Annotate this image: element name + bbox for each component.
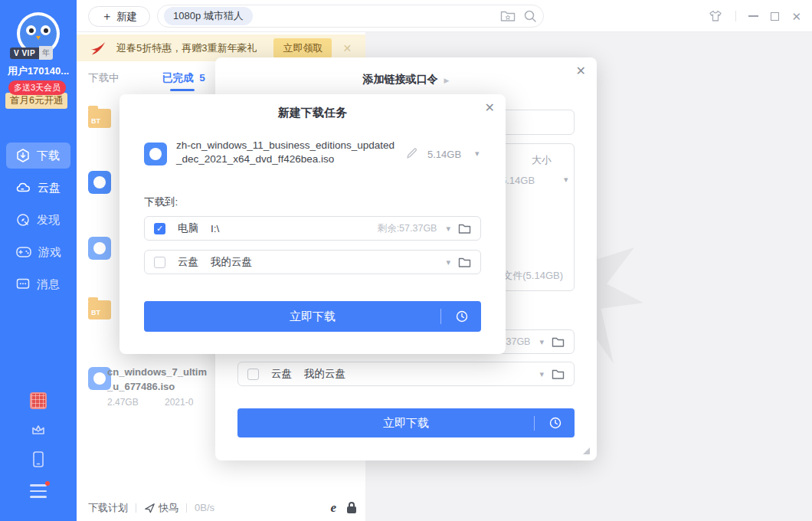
search-input[interactable]: 1080p 城市猎人 — [157, 5, 544, 28]
compass-icon — [16, 213, 30, 227]
cloud-icon — [16, 181, 31, 195]
sidebar-item-label: 云盘 — [38, 181, 61, 195]
caret-down-icon[interactable]: ▾ — [446, 257, 450, 267]
bt-folder-icon[interactable]: BT — [88, 109, 111, 128]
file-name-line1[interactable]: cn_windows_7_ultim — [107, 365, 214, 379]
pc-label: 电脑 — [178, 221, 198, 235]
sidebar-item-messages[interactable]: 消息 — [0, 271, 77, 297]
file-date: 2021-0 — [165, 397, 214, 408]
save-to-pc-row[interactable]: ✓ 电脑 I:\ 剩余:57.37GB ▾ — [144, 216, 481, 241]
tab-completed[interactable]: 已完成 5 — [162, 71, 205, 85]
checkbox-checked-icon[interactable]: ✓ — [154, 223, 165, 234]
download-now-label: 立即下载 — [383, 416, 429, 431]
app-window: V VIP 年 用户170140... 多送3天会员 首月6元开通 下载 云盘 … — [0, 0, 812, 521]
file-name-line2: _dec_2021_x64_dvd_ff426bea.iso — [176, 152, 403, 166]
crown-vip-icon[interactable] — [30, 421, 47, 438]
download-now-label: 立即下载 — [290, 310, 336, 324]
vip-label: VIP — [21, 49, 35, 57]
schedule-clock-icon[interactable] — [455, 310, 469, 323]
save-to-cloud-row[interactable]: 云盘 我的云盘 ▾ — [144, 250, 481, 274]
sidebar-item-cloud[interactable]: 云盘 — [0, 175, 77, 201]
iso-file-icon — [144, 143, 167, 165]
dialog-title-text: 添加链接或口令 — [363, 73, 438, 85]
arrow-right-icon[interactable]: ▶ — [444, 77, 449, 84]
tab-completed-label: 已完成 — [162, 72, 194, 84]
iso-file-icon[interactable] — [88, 237, 111, 260]
search-query-chip[interactable]: 1080p 城市猎人 — [164, 7, 253, 25]
caret-down-icon[interactable]: ▾ — [539, 369, 544, 379]
tab-completed-count: 5 — [199, 72, 205, 84]
menu-notification-dot — [45, 481, 50, 486]
cloud-path: 我的云盘 — [304, 367, 345, 381]
resize-handle[interactable] — [583, 447, 590, 454]
file-size-value: 5.14GB — [501, 175, 535, 186]
new-task-label: 新建 — [116, 10, 137, 24]
divider — [735, 11, 736, 21]
folder-picker-icon[interactable] — [458, 257, 471, 268]
message-icon — [16, 277, 30, 291]
top-bar: ＋ 新建 1080p 城市猎人 ✕ — [77, 0, 812, 32]
maximize-button[interactable] — [771, 12, 779, 21]
file-name-line1: zh-cn_windows_11_business_editions_updat… — [176, 139, 403, 152]
caret-down-icon[interactable]: ▾ — [539, 337, 544, 347]
sidebar-item-label: 消息 — [37, 277, 60, 292]
edit-pencil-icon[interactable] — [406, 147, 418, 159]
promo-text: 迎春5折特惠，再赠3重新年豪礼 — [116, 41, 257, 55]
theme-skin-icon[interactable] — [708, 9, 723, 23]
browser-ie-icon[interactable]: e — [330, 500, 336, 516]
menu-icon[interactable] — [30, 484, 47, 498]
save-to-label: 下载到: — [144, 195, 178, 209]
close-window-button[interactable]: ✕ — [791, 11, 801, 22]
sidebar-item-label: 发现 — [37, 213, 60, 228]
lock-icon[interactable] — [347, 501, 356, 514]
mobile-phone-icon[interactable] — [30, 451, 47, 467]
sidebar-item-label: 下载 — [37, 149, 60, 163]
task-file-name[interactable]: zh-cn_windows_11_business_editions_updat… — [176, 139, 403, 166]
username[interactable]: 用户170140... — [0, 64, 77, 78]
pc-free-space: 剩余:57.37GB — [378, 222, 437, 235]
status-bar: 下载计划 快鸟 0B/s e — [77, 494, 365, 521]
vip-badge[interactable]: V VIP 年 — [10, 46, 53, 60]
folder-picker-icon[interactable] — [552, 336, 565, 348]
download-now-button[interactable]: 立即下载 — [237, 408, 575, 437]
bt-folder-icon[interactable]: BT — [88, 300, 111, 319]
banner-close-icon[interactable]: ✕ — [342, 42, 352, 54]
favorites-folder-icon[interactable] — [500, 10, 516, 22]
plus-icon: ＋ — [101, 9, 113, 24]
cloud-label: 云盘 — [178, 255, 198, 269]
file-name-line2[interactable]: _u_677486.iso — [107, 379, 175, 394]
new-task-button[interactable]: ＋ 新建 — [88, 6, 150, 27]
download-plan-link[interactable]: 下载计划 — [88, 501, 128, 515]
caret-down-icon[interactable]: ▾ — [446, 224, 450, 234]
gamepad-icon — [16, 245, 31, 259]
checkbox-unchecked-icon[interactable] — [247, 369, 259, 380]
caret-down-icon[interactable]: ▾ — [564, 175, 568, 185]
bt-label: BT — [91, 117, 100, 125]
promo-open-vip-button[interactable]: 首月6元开通 — [5, 93, 67, 109]
size-column-header: 大小 — [532, 153, 552, 167]
schedule-clock-icon[interactable] — [548, 416, 562, 430]
sidebar-item-games[interactable]: 游戏 — [0, 239, 77, 265]
pc-path: I:\ — [211, 223, 219, 234]
vip-year-tag: 年 — [39, 46, 53, 60]
folder-picker-icon[interactable] — [458, 223, 471, 234]
fastbird-link[interactable]: 快鸟 — [159, 501, 178, 515]
download-now-button[interactable]: 立即下载 — [144, 301, 481, 332]
checkbox-unchecked-icon[interactable] — [154, 257, 165, 268]
minimize-button[interactable] — [748, 15, 758, 17]
sidebar-item-discover[interactable]: 发现 — [0, 207, 77, 233]
claim-now-button[interactable]: 立即领取 — [273, 38, 332, 58]
save-to-cloud-row[interactable]: 云盘 我的云盘 ▾ — [237, 362, 575, 386]
search-icon[interactable] — [523, 9, 537, 23]
caret-down-icon[interactable]: ▾ — [475, 149, 480, 159]
tab-downloading[interactable]: 下载中 — [88, 71, 120, 85]
folder-picker-icon[interactable] — [552, 369, 565, 380]
sidebar-item-download[interactable]: 下载 — [0, 143, 77, 169]
new-task-dialog: ✕ 新建下载任务 zh-cn_windows_11_business_editi… — [120, 94, 506, 354]
download-icon — [16, 149, 30, 162]
download-speed: 0B/s — [195, 502, 214, 513]
red-packet-icon[interactable] — [30, 392, 47, 409]
iso-file-icon[interactable] — [88, 171, 111, 194]
file-size: 2.47GB — [107, 397, 139, 408]
sidebar: V VIP 年 用户170140... 多送3天会员 首月6元开通 下载 云盘 … — [0, 0, 77, 521]
